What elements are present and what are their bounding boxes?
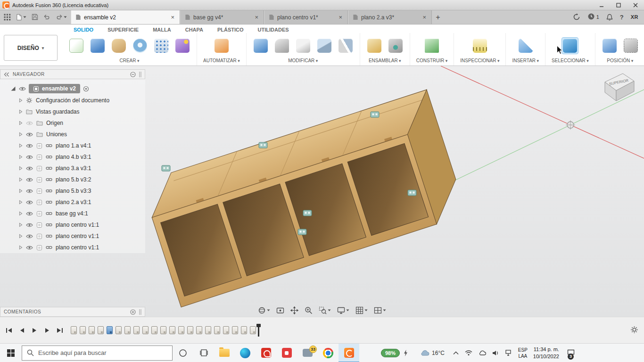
- collapsed-arrow-icon[interactable]: [19, 245, 23, 250]
- timeline-feature-1[interactable]: [71, 326, 77, 334]
- action-center-button[interactable]: 3: [565, 344, 577, 362]
- timeline-feature-9[interactable]: [142, 326, 149, 334]
- collapsed-arrow-icon[interactable]: [19, 132, 23, 137]
- timeline-feature-2[interactable]: [80, 326, 86, 334]
- onedrive-cloud-icon[interactable]: [479, 350, 486, 355]
- file-menu-icon[interactable]: [16, 14, 26, 21]
- step-forward-button[interactable]: [43, 326, 51, 335]
- volume-icon[interactable]: [492, 350, 499, 356]
- tree-item-configuraci-n-del-documento[interactable]: Configuración del documento: [2, 95, 145, 106]
- play-button[interactable]: [30, 326, 39, 335]
- grid-settings-icon[interactable]: [355, 305, 369, 315]
- insert-icon[interactable]: [518, 38, 534, 54]
- edge-browser-icon[interactable]: [235, 344, 256, 362]
- collapsed-arrow-icon[interactable]: [19, 234, 23, 239]
- timeline-feature-19[interactable]: [232, 326, 238, 334]
- timeline-feature-18[interactable]: [223, 326, 229, 334]
- notifications-bell-icon[interactable]: [606, 14, 613, 21]
- timeline-feature-14[interactable]: [187, 326, 193, 334]
- collapsed-arrow-icon[interactable]: [19, 121, 23, 125]
- redo-icon[interactable]: [56, 14, 67, 20]
- start-button[interactable]: [0, 344, 22, 362]
- ribbon-tab-pl-stico[interactable]: PLÁSTICO: [217, 27, 244, 33]
- battery-indicator[interactable]: 98%: [381, 349, 400, 357]
- timeline-feature-21[interactable]: [250, 326, 256, 334]
- expanded-arrow-icon[interactable]: [10, 86, 16, 91]
- search-input[interactable]: [38, 349, 167, 356]
- view-cube[interactable]: SUPERIOR: [598, 70, 638, 107]
- timeline-feature-6[interactable]: [116, 326, 122, 334]
- timeline-feature-11[interactable]: [160, 326, 166, 334]
- tree-item-plano-3-a-v3-1[interactable]: plano 3.a v3:1: [2, 163, 145, 174]
- app-grid-menu-icon[interactable]: [4, 14, 11, 21]
- group-dropdown-posici-n[interactable]: POSICIÓN: [607, 57, 633, 64]
- viewport[interactable]: SUPERIOR NAVEGADOR ensamble v2: [0, 66, 644, 317]
- timeline-settings-gear-icon[interactable]: [630, 326, 638, 335]
- timeline-feature-10[interactable]: [151, 326, 157, 334]
- show-hidden-icons-chevron[interactable]: [453, 351, 459, 355]
- group-dropdown-automatizar[interactable]: AUTOMATIZAR: [203, 57, 240, 64]
- joint-badge[interactable]: [408, 190, 416, 196]
- timeline-feature-12[interactable]: [169, 326, 175, 334]
- collapsed-arrow-icon[interactable]: [19, 143, 23, 148]
- tree-item-plano-5-b-v3-3[interactable]: plano 5.b v3:3: [2, 185, 145, 197]
- tree-root-ensamble-v2[interactable]: ensamble v2: [2, 82, 145, 95]
- visibility-eye-icon[interactable]: [26, 222, 33, 228]
- visibility-off-eye-icon[interactable]: [26, 121, 33, 126]
- joint-badge[interactable]: [298, 229, 306, 235]
- collapsed-arrow-icon[interactable]: [19, 211, 23, 216]
- save-icon[interactable]: [32, 14, 38, 20]
- timeline-feature-8[interactable]: [133, 326, 140, 334]
- minimize-panel-icon[interactable]: [130, 72, 136, 77]
- cortana-button[interactable]: [173, 344, 193, 362]
- file-explorer-icon[interactable]: [214, 344, 235, 362]
- title-bar[interactable]: Autodesk Fusion 360 (Licencia educativa): [0, 0, 644, 10]
- tree-item-plano-1-a-v4-1[interactable]: plano 1.a v4:1: [2, 140, 145, 151]
- tree-item-plano-5-b-v3-2[interactable]: plano 5.b v3:2: [2, 174, 145, 185]
- taskbar-clock[interactable]: 11:34 p. m. 10/10/2022: [533, 346, 559, 360]
- joint-badge[interactable]: [303, 210, 312, 216]
- navigator-header[interactable]: NAVEGADOR: [0, 69, 145, 79]
- help-icon[interactable]: ?: [620, 14, 624, 21]
- panel-grip-icon[interactable]: [139, 72, 141, 77]
- create-form-icon[interactable]: [174, 38, 190, 54]
- collapse-panel-icon[interactable]: [4, 72, 9, 77]
- visibility-eye-icon[interactable]: [19, 86, 26, 91]
- timeline-feature-17[interactable]: [214, 326, 220, 334]
- create-sketch-icon[interactable]: [68, 38, 84, 54]
- construction-plane-icon[interactable]: [424, 38, 440, 54]
- tree-item-origen[interactable]: Origen: [2, 117, 145, 129]
- expand-panel-icon[interactable]: [130, 309, 136, 315]
- joint-badge[interactable]: [259, 142, 267, 148]
- collapsed-arrow-icon[interactable]: [19, 166, 23, 171]
- timeline-feature-5[interactable]: [107, 326, 113, 334]
- taskbar-search[interactable]: [22, 346, 173, 361]
- task-view-button[interactable]: [193, 344, 214, 362]
- tree-item-uniones[interactable]: Uniones: [2, 129, 145, 140]
- timeline-position-slider[interactable]: [258, 324, 259, 337]
- zoom-icon[interactable]: [304, 305, 314, 315]
- collapsed-arrow-icon[interactable]: [19, 222, 23, 227]
- collapsed-arrow-icon[interactable]: [19, 189, 23, 193]
- weather-widget[interactable]: 16°C: [420, 350, 445, 356]
- visibility-eye-icon[interactable]: [26, 132, 33, 137]
- collapsed-arrow-icon[interactable]: [19, 98, 23, 103]
- step-back-button[interactable]: [17, 326, 26, 335]
- press-pull-icon[interactable]: [253, 38, 269, 54]
- job-status-icon[interactable]: 1: [587, 13, 599, 21]
- timeline-feature-20[interactable]: [241, 326, 247, 334]
- visibility-eye-icon[interactable]: [26, 189, 33, 194]
- split-body-icon[interactable]: [338, 38, 354, 54]
- torus-primitive-icon[interactable]: [132, 38, 148, 54]
- workspace-selector[interactable]: DISEÑO: [4, 35, 58, 61]
- timeline-feature-7[interactable]: [124, 326, 131, 334]
- go-to-start-button[interactable]: [5, 326, 13, 335]
- timeline-feature-13[interactable]: [178, 326, 184, 334]
- collapsed-arrow-icon[interactable]: [19, 200, 23, 205]
- revert-position-icon[interactable]: [623, 38, 639, 54]
- pdf-app-icon[interactable]: [256, 344, 276, 362]
- dropdown-caret-icon[interactable]: [328, 309, 331, 312]
- ethernet-icon[interactable]: [505, 350, 512, 356]
- tree-item-vistas-guardadas[interactable]: Vistas guardadas: [2, 106, 145, 117]
- dropdown-caret-icon[interactable]: [346, 309, 349, 312]
